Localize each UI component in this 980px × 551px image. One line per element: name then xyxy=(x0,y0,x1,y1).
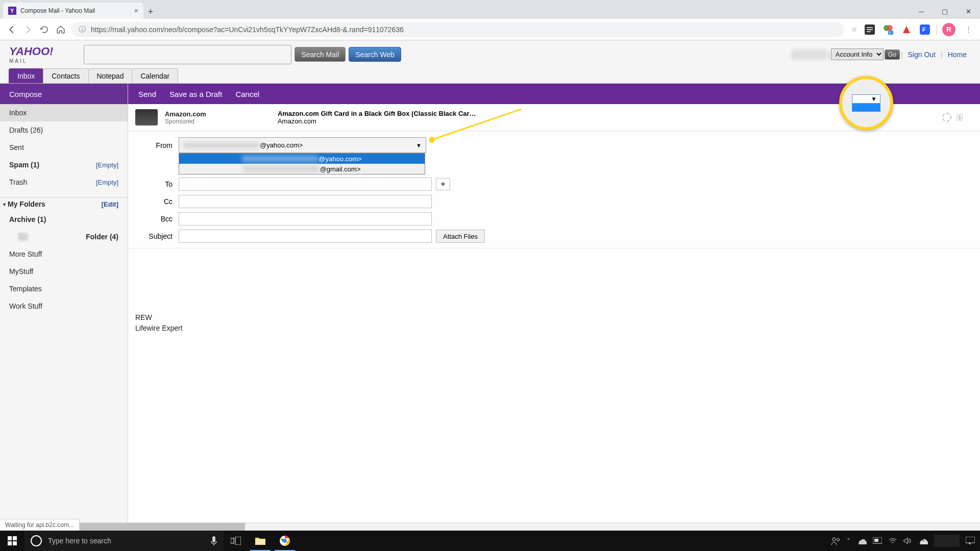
sidebar-more-stuff[interactable]: More Stuff xyxy=(0,245,128,263)
svg-text:Y: Y xyxy=(10,8,14,14)
tray-chevron-icon[interactable]: ˄ xyxy=(847,537,850,545)
svg-rect-16 xyxy=(231,538,234,543)
clock-redacted[interactable] xyxy=(934,535,960,547)
browser-tab-title: Compose Mail - Yahoo Mail xyxy=(20,7,95,14)
sidebar-folder-4[interactable]: Folder (4) xyxy=(0,228,128,245)
subject-input[interactable] xyxy=(179,230,432,243)
chrome-menu-icon[interactable]: ⋮ xyxy=(961,22,976,37)
tab-calendar[interactable]: Calendar xyxy=(132,68,178,83)
bcc-label: Bcc xyxy=(135,215,179,223)
window-close-button[interactable]: ✕ xyxy=(957,4,980,19)
ad-sponsored-label: Sponsored xyxy=(165,118,206,125)
my-folders-header[interactable]: ▾My Folders [Edit] xyxy=(0,197,128,211)
add-recipient-button[interactable]: + xyxy=(436,178,450,190)
horizontal-scrollbar[interactable] xyxy=(0,522,980,531)
cancel-button[interactable]: Cancel xyxy=(230,90,264,98)
bcc-input[interactable] xyxy=(179,212,432,226)
bcc-row: Bcc xyxy=(128,210,980,228)
ad-dollar-icon: $ xyxy=(957,114,963,121)
start-button[interactable] xyxy=(0,531,24,551)
annotation-connector xyxy=(429,104,542,145)
from-option-gmail[interactable]: @gmail.com> xyxy=(179,164,425,174)
project-icon[interactable] xyxy=(873,537,882,544)
cloud-sync-icon[interactable] xyxy=(918,537,928,544)
to-input[interactable] xyxy=(179,178,432,191)
window-maximize-button[interactable]: ▢ xyxy=(933,4,957,19)
taskbar-chrome[interactable] xyxy=(273,531,297,551)
empty-spam-link[interactable]: [Empty] xyxy=(96,161,118,169)
svg-point-22 xyxy=(837,539,840,541)
extension-icon-4[interactable]: F xyxy=(918,23,932,36)
account-info-dropdown[interactable]: Account Info xyxy=(831,48,884,60)
attach-files-button[interactable]: Attach Files xyxy=(436,230,485,243)
svg-rect-25 xyxy=(966,537,975,543)
home-icon[interactable] xyxy=(53,22,68,37)
back-button[interactable] xyxy=(4,22,19,37)
extension-icon-1[interactable] xyxy=(863,23,876,36)
close-tab-icon[interactable]: × xyxy=(134,7,138,15)
sidebar-trash[interactable]: Trash [Empty] xyxy=(0,173,128,191)
edit-folders-link[interactable]: [Edit] xyxy=(102,201,118,208)
new-tab-button[interactable]: + xyxy=(143,5,158,19)
sidebar-inbox[interactable]: Inbox xyxy=(0,104,128,121)
sidebar-drafts[interactable]: Drafts (26) xyxy=(0,121,128,139)
cc-row: Cc xyxy=(128,193,980,210)
compose-button[interactable]: Compose xyxy=(0,90,51,98)
address-bar[interactable]: ⓘ https://mail.yahoo.com/neo/b/compose?a… xyxy=(71,22,844,37)
sidebar-sent[interactable]: Sent xyxy=(0,139,128,156)
browser-tab-bar: Y Compose Mail - Yahoo Mail × + ─ ▢ ✕ xyxy=(0,0,980,19)
home-link[interactable]: Home xyxy=(944,51,971,59)
go-button[interactable]: Go xyxy=(885,49,900,60)
site-info-icon[interactable]: ⓘ xyxy=(79,25,87,34)
message-body[interactable]: REW Lifewire Expert xyxy=(128,248,980,344)
taskbar-file-explorer[interactable] xyxy=(248,531,273,551)
from-option-yahoo[interactable]: @yahoo.com> xyxy=(179,154,425,164)
reload-button[interactable] xyxy=(37,22,52,37)
search-mailbox-input[interactable] xyxy=(84,45,291,64)
volume-icon[interactable] xyxy=(903,537,912,544)
browser-tab[interactable]: Y Compose Mail - Yahoo Mail × xyxy=(3,3,143,19)
sign-out-link[interactable]: Sign Out xyxy=(904,51,940,59)
browser-toolbar: ⓘ https://mail.yahoo.com/neo/b/compose?a… xyxy=(0,19,980,40)
save-draft-button[interactable]: Save as a Draft xyxy=(164,90,227,98)
from-address-select[interactable]: @yahoo.com> ▼ xyxy=(179,137,426,153)
tab-contacts[interactable]: Contacts xyxy=(43,68,88,83)
taskbar-search[interactable]: Type here to search xyxy=(24,531,224,551)
forward-button[interactable] xyxy=(20,22,36,37)
send-button[interactable]: Send xyxy=(133,90,161,98)
sidebar: Compose Inbox Drafts (26) Sent Spam (1) … xyxy=(0,84,128,530)
notifications-icon[interactable] xyxy=(966,537,975,545)
search-placeholder: Type here to search xyxy=(48,537,111,545)
browser-status-bar: Waiting for api.b2c.com... xyxy=(0,519,80,531)
subject-row: Subject Attach Files xyxy=(128,228,980,245)
sidebar-mystuff[interactable]: MyStuff xyxy=(0,263,128,280)
to-label: To xyxy=(135,180,179,188)
cc-input[interactable] xyxy=(179,195,432,208)
sidebar-templates[interactable]: Templates xyxy=(0,280,128,297)
profile-avatar[interactable]: R xyxy=(942,23,955,36)
svg-rect-24 xyxy=(874,539,878,542)
signature-line-2: Lifewire Expert xyxy=(135,323,973,334)
task-view-button[interactable] xyxy=(224,531,248,551)
microphone-icon[interactable] xyxy=(210,536,217,545)
sidebar-archive[interactable]: Archive (1) xyxy=(0,211,128,228)
cc-label: Cc xyxy=(135,197,179,206)
empty-trash-link[interactable]: [Empty] xyxy=(96,179,118,186)
sidebar-work-stuff[interactable]: Work Stuff xyxy=(0,297,128,315)
tab-inbox[interactable]: Inbox xyxy=(9,68,43,83)
sidebar-spam[interactable]: Spam (1) [Empty] xyxy=(0,156,128,173)
onedrive-icon[interactable] xyxy=(856,537,867,544)
window-minimize-button[interactable]: ─ xyxy=(910,4,933,19)
svg-line-9 xyxy=(432,109,521,140)
tab-notepad[interactable]: Notepad xyxy=(88,68,133,83)
redacted-name xyxy=(242,156,318,162)
people-icon[interactable] xyxy=(830,536,841,545)
wifi-icon[interactable] xyxy=(888,537,897,544)
url-text: https://mail.yahoo.com/neo/b/compose?ac=… xyxy=(91,26,404,34)
search-web-button[interactable]: Search Web xyxy=(349,47,401,62)
yahoo-mail-logo[interactable]: YAHOO! MAIL xyxy=(9,45,53,64)
extension-icon-2[interactable]: s xyxy=(881,23,895,36)
star-bookmark-icon[interactable]: ☆ xyxy=(847,22,862,37)
extension-icon-3[interactable] xyxy=(900,23,913,36)
search-mail-button[interactable]: Search Mail xyxy=(295,47,346,62)
